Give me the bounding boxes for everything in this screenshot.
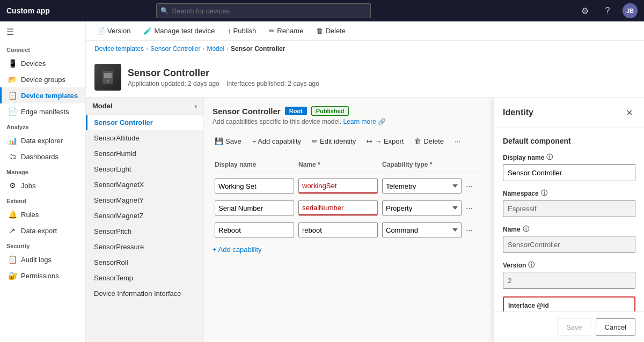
topbar: Custom app 🔍 ⚙ ? JB: [0, 0, 644, 21]
version-button[interactable]: 📄 Version: [94, 26, 133, 36]
tree-item-sensor-pitch[interactable]: SensorPitch: [86, 224, 203, 239]
sidebar-section-extend: Extend: [0, 194, 85, 206]
manage-test-device-button[interactable]: 🧪 Manage test device: [141, 26, 217, 36]
sidebar-item-dashboards[interactable]: 🗂 Dashboards: [0, 148, 85, 165]
rules-icon: 🔔: [8, 210, 17, 219]
sidebar-item-devices[interactable]: 📱 Devices: [0, 55, 85, 71]
display-name-input-1[interactable]: [215, 179, 294, 194]
row-info-icon-3[interactable]: ⋯: [466, 226, 483, 234]
help-icon[interactable]: ?: [600, 3, 615, 18]
sidebar-item-jobs[interactable]: ⚙ Jobs: [0, 177, 85, 194]
add-capability-toolbar-button[interactable]: + Add capability: [250, 136, 303, 146]
rename-button[interactable]: ✏ Rename: [267, 26, 305, 36]
sidebar-item-device-groups[interactable]: 📂 Device groups: [0, 71, 85, 87]
row-info-icon-1[interactable]: ⋯: [466, 182, 483, 190]
sidebar-item-rules[interactable]: 🔔 Rules: [0, 206, 85, 222]
namespace-field[interactable]: [503, 200, 635, 217]
field-group-name: Name ⓘ: [503, 225, 635, 253]
data-explorer-icon: 📊: [8, 136, 17, 145]
svg-point-2: [107, 80, 109, 82]
sidebar-item-data-explorer[interactable]: 📊 Data explorer: [0, 132, 85, 148]
permissions-icon: 🔐: [8, 271, 17, 280]
breadcrumb-sensor-controller[interactable]: Sensor Controller: [150, 45, 200, 53]
display-name-info-icon[interactable]: ⓘ: [546, 153, 553, 162]
sidebar-item-audit-logs[interactable]: 📋 Audit logs: [0, 251, 85, 267]
model-tree-collapse-icon[interactable]: ‹: [195, 102, 197, 110]
display-name-input-3[interactable]: [215, 222, 294, 237]
version-field[interactable]: [503, 272, 635, 289]
search-input[interactable]: [156, 3, 371, 18]
topbar-icons: ⚙ ? JB: [577, 3, 638, 18]
hamburger-icon[interactable]: ☰: [0, 21, 85, 42]
row-info-icon-2[interactable]: ⋯: [466, 204, 483, 212]
devices-icon: 📱: [8, 59, 17, 68]
capability-table-header: Display name Name * Capability type *: [213, 158, 485, 172]
display-name-field[interactable]: [503, 164, 635, 181]
save-capability-button[interactable]: 💾 Save: [213, 136, 244, 146]
identity-panel-title: Identity: [503, 108, 533, 117]
tree-item-device-info[interactable]: Device Information Interface: [86, 286, 203, 301]
delete-capability-button[interactable]: 🗑 Delete: [412, 136, 446, 146]
badge-root: Root: [285, 107, 307, 115]
tree-item-sensor-magnetz[interactable]: SensorMagnetZ: [86, 208, 203, 224]
tree-item-sensor-altitude[interactable]: SensorAltitude: [86, 130, 203, 146]
capability-type-select-1[interactable]: Telemetry Property Command: [382, 179, 462, 194]
identity-panel-footer: Save Cancel: [494, 311, 644, 342]
col-display-name: Display name: [215, 161, 294, 168]
audit-logs-icon: 📋: [8, 255, 17, 264]
name-input-1[interactable]: [298, 179, 378, 194]
breadcrumb-device-templates[interactable]: Device templates: [94, 45, 144, 53]
identity-panel-header: Identity ✕: [494, 98, 644, 128]
avatar[interactable]: JB: [623, 3, 638, 18]
tree-item-sensor-pressure[interactable]: SensorPressure: [86, 239, 203, 255]
tree-item-sensor-magnety[interactable]: SensorMagnetY: [86, 192, 203, 208]
export-button[interactable]: ↦ → Export: [364, 136, 406, 146]
name-input-2[interactable]: [298, 200, 378, 215]
publish-button[interactable]: ↑ Publish: [225, 26, 258, 36]
add-capability-button[interactable]: + Add capability: [213, 246, 485, 254]
identity-panel: Identity ✕ Default component Display nam…: [494, 98, 644, 342]
identity-close-button[interactable]: ✕: [623, 106, 635, 119]
capability-type-select-3[interactable]: Telemetry Property Command: [382, 222, 462, 237]
name-field[interactable]: [503, 236, 635, 253]
device-title: Sensor Controller: [128, 68, 319, 79]
version-info-icon[interactable]: ⓘ: [528, 261, 535, 270]
capability-type-select-2[interactable]: Telemetry Property Command: [382, 200, 462, 215]
display-name-input-2[interactable]: [215, 200, 294, 215]
export-icon: ↦: [367, 137, 372, 145]
namespace-info-icon[interactable]: ⓘ: [541, 189, 547, 198]
sidebar-item-permissions[interactable]: 🔐 Permissions: [0, 267, 85, 284]
edit-identity-button[interactable]: ✏ Edit identity: [310, 136, 358, 146]
display-name-label: Display name ⓘ: [503, 153, 635, 162]
identity-save-button[interactable]: Save: [557, 318, 591, 336]
learn-more-link[interactable]: Learn more: [343, 118, 376, 125]
jobs-icon: ⚙: [8, 181, 17, 190]
version-icon: 📄: [97, 27, 105, 35]
delete-button[interactable]: 🗑 Delete: [314, 26, 348, 36]
sidebar-item-edge-manifests[interactable]: 📄 Edge manifests: [0, 103, 85, 120]
field-group-version: Version ⓘ: [503, 261, 635, 289]
settings-icon[interactable]: ⚙: [577, 3, 592, 18]
tree-item-sensor-magnetx[interactable]: SensorMagnetX: [86, 177, 203, 192]
middle-section: Model ‹ Sensor Controller SensorAltitude…: [86, 98, 644, 342]
device-meta: Application updated: 2 days ago Interfac…: [128, 80, 319, 87]
device-templates-icon: 📋: [8, 91, 17, 100]
tree-item-sensor-roll[interactable]: SensorRoll: [86, 255, 203, 270]
sidebar-item-device-templates[interactable]: 📋 Device templates: [0, 87, 85, 103]
tree-item-sensor-light[interactable]: SensorLight: [86, 161, 203, 177]
sidebar-section-connect: Connect: [0, 42, 85, 55]
interface-id-label: Interface @id: [508, 302, 630, 309]
table-row: Telemetry Property Command ⋯: [213, 175, 485, 197]
tree-item-sensor-temp[interactable]: SensorTemp: [86, 270, 203, 286]
sidebar-item-data-export[interactable]: ↗ Data export: [0, 222, 85, 239]
tree-item-sensor-humid[interactable]: SensorHumid: [86, 146, 203, 161]
tree-item-sensor-controller[interactable]: Sensor Controller: [86, 115, 203, 130]
breadcrumb-model[interactable]: Model: [207, 45, 224, 53]
name-info-icon[interactable]: ⓘ: [523, 225, 529, 234]
more-options-button[interactable]: ···: [452, 136, 463, 146]
table-row: Telemetry Property Command ⋯: [213, 219, 485, 241]
name-input-3[interactable]: [298, 222, 378, 237]
save-icon: 💾: [215, 137, 223, 145]
field-group-interface-id: Interface @id: [503, 296, 635, 311]
identity-cancel-button[interactable]: Cancel: [596, 318, 635, 336]
